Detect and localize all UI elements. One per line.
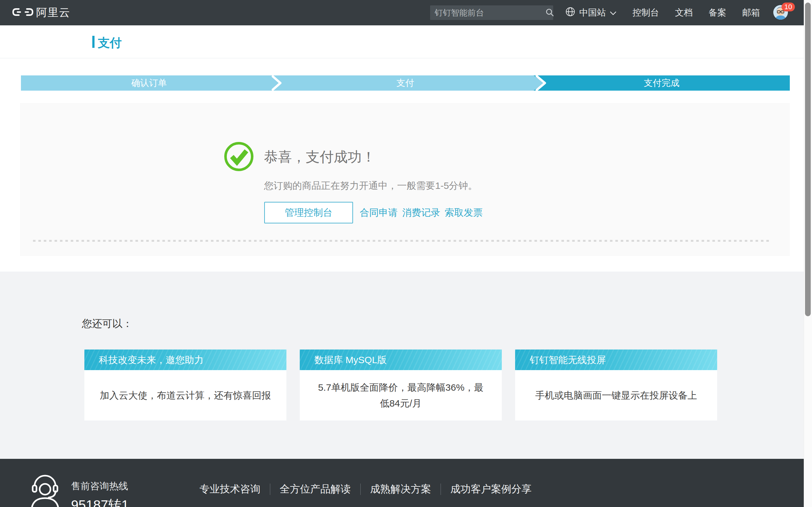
search-input[interactable] <box>430 5 545 20</box>
scrollbar-track[interactable] <box>804 0 812 507</box>
navbar-right-group: 中国站 控制台 文档 备案 邮箱 <box>565 0 760 25</box>
footer-link-customer-cases[interactable]: 成功客户案例分享 <box>450 482 531 496</box>
footer-divider <box>360 484 361 495</box>
card-description: 手机或电脑画面一键显示在投屏设备上 <box>515 370 717 420</box>
success-links: 合同申请 消费记录 索取发票 <box>360 202 483 223</box>
top-navbar: 阿里云 中国站 <box>0 0 812 25</box>
footer-divider <box>270 484 270 495</box>
hotline-number: 95187转1 <box>71 496 129 507</box>
nav-docs-link[interactable]: 文档 <box>675 7 693 19</box>
search-box <box>430 5 553 20</box>
invoice-request-link[interactable]: 索取发票 <box>445 206 483 219</box>
logo-text: 阿里云 <box>36 5 70 20</box>
recommend-heading: 您还可以： <box>82 317 133 331</box>
card-header: 科技改变未来，邀您助力 <box>84 349 287 370</box>
card-header: 数据库 MySQL版 <box>300 349 502 370</box>
nav-beian-link[interactable]: 备案 <box>709 7 726 19</box>
search-button[interactable] <box>545 5 554 20</box>
card-cloud-ambassador[interactable]: 科技改变未来，邀您助力 加入云大使，布道云计算，还有惊喜回报 <box>84 349 287 420</box>
alibaba-cloud-logo-icon <box>12 5 34 20</box>
contract-apply-link[interactable]: 合同申请 <box>360 206 398 219</box>
region-label: 中国站 <box>579 7 606 19</box>
region-selector[interactable]: 中国站 <box>565 7 617 19</box>
notification-badge: 10 <box>781 3 795 11</box>
scrollbar-thumb[interactable] <box>805 3 811 316</box>
hotline-label: 售前咨询热线 <box>71 480 128 493</box>
card-mysql-database[interactable]: 数据库 MySQL版 5.7单机版全面降价，最高降幅36%，最低84元/月 <box>300 349 502 420</box>
chevron-down-icon <box>610 8 617 18</box>
success-title: 恭喜，支付成功！ <box>264 148 375 166</box>
footer-link-solutions[interactable]: 成熟解决方案 <box>370 482 431 496</box>
checkout-progress-steps: 确认订单 支付 支付完成 <box>21 75 790 91</box>
footer-divider <box>441 484 441 495</box>
step-pay-complete: 支付完成 <box>534 75 790 91</box>
recommend-section: 您还可以： 科技改变未来，邀您助力 加入云大使，布道云计算，还有惊喜回报 数据库… <box>0 272 812 459</box>
alibaba-cloud-logo[interactable]: 阿里云 <box>12 0 70 25</box>
page-footer: 售前咨询热线 95187转1 专业技术咨询 全方位产品解读 成熟解决方案 成功客… <box>0 459 812 507</box>
step-pay: 支付 <box>277 75 534 91</box>
nav-mail-link[interactable]: 邮箱 <box>742 7 760 19</box>
card-header: 钉钉智能无线投屏 <box>515 349 717 370</box>
page-title-bar: 支付 <box>0 25 812 58</box>
success-check-icon <box>223 141 254 173</box>
success-subtitle: 您订购的商品正在努力开通中，一般需要1-5分钟。 <box>264 179 477 192</box>
title-accent-bar <box>92 36 95 48</box>
page-title: 支付 <box>98 35 122 51</box>
footer-link-tech-consult[interactable]: 专业技术咨询 <box>200 482 260 496</box>
card-dingtalk-projection[interactable]: 钉钉智能无线投屏 手机或电脑画面一键显示在投屏设备上 <box>515 349 717 420</box>
footer-link-product-guide[interactable]: 全方位产品解读 <box>280 482 351 496</box>
nav-console-link[interactable]: 控制台 <box>632 7 659 19</box>
search-icon <box>545 8 554 18</box>
step-confirm-order: 确认订单 <box>21 75 277 91</box>
globe-icon <box>565 7 575 19</box>
headset-support-icon <box>29 471 61 507</box>
manage-console-button[interactable]: 管理控制台 <box>264 202 353 223</box>
card-description: 5.7单机版全面降价，最高降幅36%，最低84元/月 <box>300 370 502 420</box>
recommend-cards: 科技改变未来，邀您助力 加入云大使，布道云计算，还有惊喜回报 数据库 MySQL… <box>84 349 717 420</box>
footer-links: 专业技术咨询 全方位产品解读 成熟解决方案 成功客户案例分享 <box>200 482 531 496</box>
user-avatar[interactable]: 10 <box>773 5 788 20</box>
spending-record-link[interactable]: 消费记录 <box>402 206 440 219</box>
card-description: 加入云大使，布道云计算，还有惊喜回报 <box>84 370 287 420</box>
dashed-divider <box>33 240 769 242</box>
